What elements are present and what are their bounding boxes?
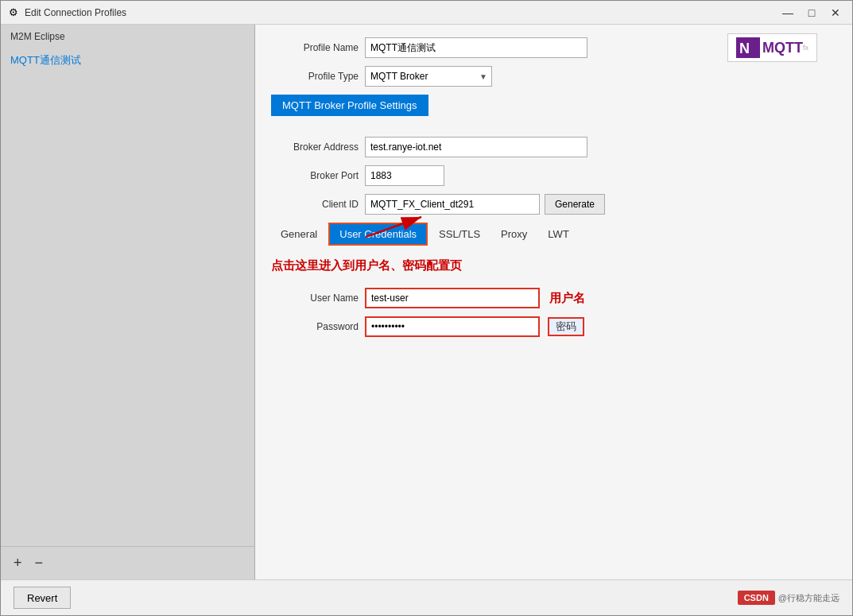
sidebar-header: M2M Eclipse [1, 25, 254, 48]
profile-type-label: Profile Type [271, 71, 359, 82]
bottom-bar: Revert CSDN @行稳方能走远 [1, 579, 852, 615]
password-annotation: 密码 [548, 317, 584, 336]
mqtt-logo-text: MQTT [762, 40, 803, 56]
broker-port-label: Broker Port [271, 170, 359, 181]
main-window: ⚙ Edit Connection Profiles — □ ✕ M2M Ecl… [0, 0, 853, 616]
right-panel: Profile Name N MQTT fx Profile Type [255, 25, 852, 579]
title-bar-controls: — □ ✕ [777, 5, 846, 21]
bottom-right-badge: CSDN @行稳方能走远 [738, 591, 839, 605]
csdn-badge: CSDN [738, 591, 775, 605]
username-input[interactable] [365, 288, 540, 308]
annotation-text: 点击这里进入到用户名、密码配置页 [271, 258, 462, 273]
tab-proxy[interactable]: Proxy [491, 224, 537, 244]
header-area: Profile Name N MQTT fx Profile Type [271, 37, 836, 95]
mqtt-logo-suffix: fx [803, 44, 808, 52]
broker-address-label: Broker Address [271, 141, 359, 153]
mqtt-logo: N MQTT fx [727, 33, 817, 62]
profile-name-row: Profile Name N MQTT fx [271, 37, 836, 58]
password-input[interactable] [365, 316, 540, 337]
section-btn-row: MQTT Broker Profile Settings [271, 95, 836, 127]
broker-address-input[interactable] [365, 137, 587, 157]
tab-general[interactable]: General [271, 224, 327, 244]
main-content: M2M Eclipse MQTT通信测试 + − Profile Name [1, 25, 852, 579]
remove-profile-button[interactable]: − [32, 555, 47, 571]
svg-line-3 [366, 217, 421, 237]
client-id-label: Client ID [271, 199, 359, 210]
window-icon: ⚙ [7, 6, 20, 19]
profile-type-select[interactable]: MQTT Broker MQTT Subscriber [365, 66, 492, 87]
generate-button[interactable]: Generate [545, 194, 605, 215]
section-button[interactable]: MQTT Broker Profile Settings [271, 95, 428, 116]
broker-port-row: Broker Port [271, 165, 836, 186]
window-title: Edit Connection Profiles [25, 7, 777, 18]
tab-lwt[interactable]: LWT [538, 224, 578, 244]
password-label: Password [271, 321, 359, 332]
sidebar-item-mqtt[interactable]: MQTT通信测试 [1, 48, 254, 72]
username-row: User Name 用户名 [271, 288, 836, 308]
revert-button[interactable]: Revert [14, 587, 71, 609]
tab-ssl-tls[interactable]: SSL/TLS [429, 224, 490, 244]
client-id-input[interactable] [365, 194, 540, 215]
tabs-bar: General User Credentials SSL/TLS Proxy L… [271, 223, 836, 246]
annotation-row: 点击这里进入到用户名、密码配置页 [271, 258, 836, 280]
sidebar: M2M Eclipse MQTT通信测试 + − [1, 25, 255, 579]
title-bar: ⚙ Edit Connection Profiles — □ ✕ [1, 1, 852, 25]
arrow-annotation-icon [366, 213, 429, 245]
profile-name-input[interactable] [365, 37, 587, 58]
sidebar-footer: + − [1, 546, 254, 579]
mqtt-logo-icon: N [736, 37, 760, 58]
profile-type-wrapper: MQTT Broker MQTT Subscriber ▼ [365, 66, 492, 87]
client-id-row: Client ID Generate [271, 194, 836, 215]
profile-type-row: Profile Type MQTT Broker MQTT Subscriber… [271, 66, 836, 87]
svg-text:N: N [739, 41, 750, 56]
username-annotation: 用户名 [549, 291, 585, 306]
maximize-button[interactable]: □ [801, 5, 822, 21]
author-text: @行稳方能走远 [778, 592, 839, 604]
username-label: User Name [271, 293, 359, 304]
add-profile-button[interactable]: + [10, 555, 25, 571]
minimize-button[interactable]: — [777, 5, 798, 21]
password-row: Password 密码 [271, 316, 836, 337]
profile-name-label: Profile Name [271, 42, 359, 53]
broker-port-input[interactable] [365, 165, 444, 186]
close-button[interactable]: ✕ [825, 5, 846, 21]
broker-address-row: Broker Address [271, 137, 836, 157]
